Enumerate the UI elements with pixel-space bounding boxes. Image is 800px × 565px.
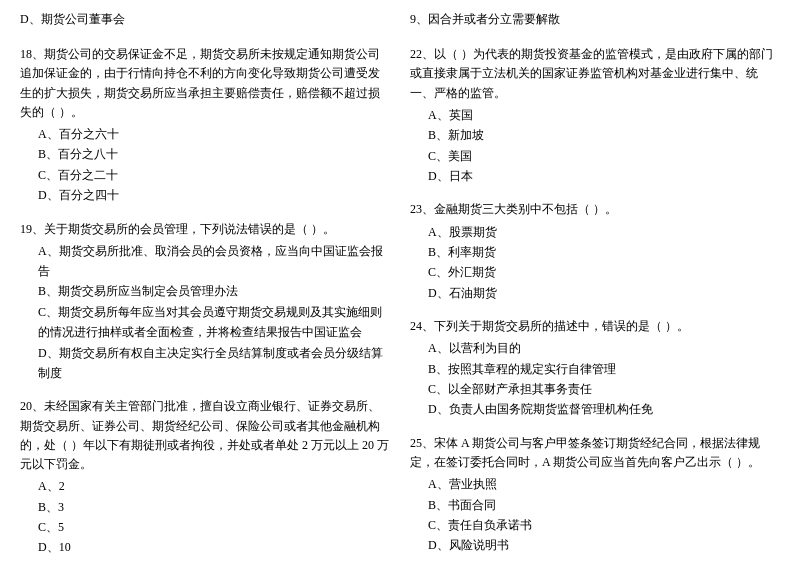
q20-option-a: A、2 — [20, 476, 390, 496]
question-20-text: 20、未经国家有关主管部门批准，擅自设立商业银行、证券交易所、期货交易所、证券公… — [20, 397, 390, 474]
q25-option-a: A、营业执照 — [410, 474, 780, 494]
q20-option-b: B、3 — [20, 497, 390, 517]
q18-option-a: A、百分之六十 — [20, 124, 390, 144]
q19-option-b: B、期货交易所应当制定会员管理办法 — [20, 281, 390, 301]
q24-option-b: B、按照其章程的规定实行自律管理 — [410, 359, 780, 379]
q23-option-a: A、股票期货 — [410, 222, 780, 242]
q22-option-c: C、美国 — [410, 146, 780, 166]
q18-option-c: C、百分之二十 — [20, 165, 390, 185]
question-18-text: 18、期货公司的交易保证金不足，期货交易所未按规定通知期货公司追加保证金的，由于… — [20, 45, 390, 122]
question-18: 18、期货公司的交易保证金不足，期货交易所未按规定通知期货公司追加保证金的，由于… — [20, 45, 390, 205]
q25-option-c: C、责任自负承诺书 — [410, 515, 780, 535]
question-25: 25、宋体 A 期货公司与客户甲签条签订期货经纪合同，根据法律规定，在签订委托合… — [410, 434, 780, 556]
left-column: D、期货公司董事会 18、期货公司的交易保证金不足，期货交易所未按规定通知期货公… — [20, 10, 390, 565]
q23-option-c: C、外汇期货 — [410, 262, 780, 282]
q23-option-b: B、利率期货 — [410, 242, 780, 262]
page-container: D、期货公司董事会 18、期货公司的交易保证金不足，期货交易所未按规定通知期货公… — [20, 10, 780, 565]
question-23-text: 23、金融期货三大类别中不包括（ ）。 — [410, 200, 780, 219]
question-9-merge-text: 9、因合并或者分立需要解散 — [410, 10, 780, 29]
q24-option-a: A、以营利为目的 — [410, 338, 780, 358]
question-23: 23、金融期货三大类别中不包括（ ）。 A、股票期货 B、利率期货 C、外汇期货… — [410, 200, 780, 303]
question-d-board-text: D、期货公司董事会 — [20, 10, 390, 29]
question-22-text: 22、以（ ）为代表的期货投资基金的监管模式，是由政府下属的部门或直接隶属于立法… — [410, 45, 780, 103]
q22-option-b: B、新加坡 — [410, 125, 780, 145]
q25-option-b: B、书面合同 — [410, 495, 780, 515]
right-column: 9、因合并或者分立需要解散 22、以（ ）为代表的期货投资基金的监管模式，是由政… — [410, 10, 780, 565]
question-9-merge: 9、因合并或者分立需要解散 — [410, 10, 780, 31]
q24-option-d: D、负责人由国务院期货监督管理机构任免 — [410, 399, 780, 419]
question-24: 24、下列关于期货交易所的描述中，错误的是（ ）。 A、以营利为目的 B、按照其… — [410, 317, 780, 420]
q23-option-d: D、石油期货 — [410, 283, 780, 303]
q22-option-a: A、英国 — [410, 105, 780, 125]
q24-option-c: C、以全部财产承担其事务责任 — [410, 379, 780, 399]
question-19-text: 19、关于期货交易所的会员管理，下列说法错误的是（ ）。 — [20, 220, 390, 239]
q19-option-c: C、期货交易所每年应当对其会员遵守期货交易规则及其实施细则的情况进行抽样或者全面… — [20, 302, 390, 343]
question-19: 19、关于期货交易所的会员管理，下列说法错误的是（ ）。 A、期货交易所批准、取… — [20, 220, 390, 384]
question-d-board: D、期货公司董事会 — [20, 10, 390, 31]
q25-option-d: D、风险说明书 — [410, 535, 780, 555]
q19-option-a: A、期货交易所批准、取消会员的会员资格，应当向中国证监会报告 — [20, 241, 390, 282]
question-24-text: 24、下列关于期货交易所的描述中，错误的是（ ）。 — [410, 317, 780, 336]
q22-option-d: D、日本 — [410, 166, 780, 186]
q20-option-d: D、10 — [20, 537, 390, 557]
question-20: 20、未经国家有关主管部门批准，擅自设立商业银行、证券交易所、期货交易所、证券公… — [20, 397, 390, 557]
q19-option-d: D、期货交易所有权自主决定实行全员结算制度或者会员分级结算制度 — [20, 343, 390, 384]
q20-option-c: C、5 — [20, 517, 390, 537]
q18-option-b: B、百分之八十 — [20, 144, 390, 164]
question-22: 22、以（ ）为代表的期货投资基金的监管模式，是由政府下属的部门或直接隶属于立法… — [410, 45, 780, 186]
question-25-text: 25、宋体 A 期货公司与客户甲签条签订期货经纪合同，根据法律规定，在签订委托合… — [410, 434, 780, 472]
two-column-layout: D、期货公司董事会 18、期货公司的交易保证金不足，期货交易所未按规定通知期货公… — [20, 10, 780, 565]
q18-option-d: D、百分之四十 — [20, 185, 390, 205]
